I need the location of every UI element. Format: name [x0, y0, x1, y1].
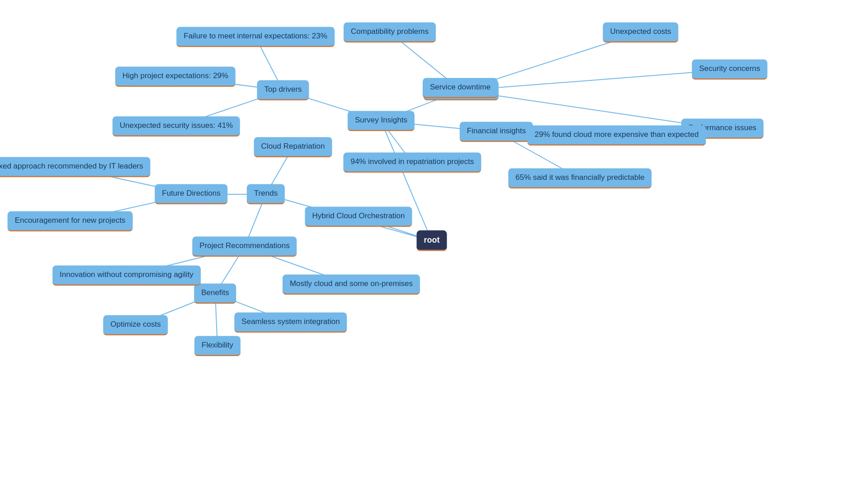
node-survey[interactable]: Survey Insights	[348, 111, 415, 131]
node-seamless[interactable]: Seamless system integration	[234, 312, 347, 333]
node-repatriation[interactable]: 94% involved in repatriation projects	[343, 152, 481, 173]
node-innovation[interactable]: Innovation without compromising agility	[52, 265, 201, 286]
node-optimize[interactable]: Optimize costs	[103, 315, 168, 335]
node-cloud-rep[interactable]: Cloud Repatriation	[254, 137, 332, 157]
node-service-downtime[interactable]: Service downtime	[423, 78, 498, 98]
node-financial-insights[interactable]: Financial insights	[460, 122, 533, 142]
node-top-drivers[interactable]: Top drivers	[257, 80, 309, 100]
node-trends[interactable]: Trends	[247, 184, 285, 204]
node-unexpected-security[interactable]: Unexpected security issues: 41%	[113, 116, 240, 136]
node-proj-rec[interactable]: Project Recommendations	[192, 236, 297, 257]
node-high-project[interactable]: High project expectations: 29%	[115, 66, 236, 87]
node-flexibility[interactable]: Flexibility	[194, 336, 241, 356]
node-more-expensive[interactable]: 29% found cloud more expensive than expe…	[528, 125, 706, 145]
node-security-concerns[interactable]: Security concerns	[692, 59, 767, 80]
node-mixed-approach[interactable]: Mixed approach recommended by IT leaders	[0, 157, 151, 177]
node-hybrid[interactable]: Hybrid Cloud Orchestration	[305, 206, 412, 227]
node-mostly-cloud[interactable]: Mostly cloud and some on-premises	[283, 274, 420, 295]
node-encouragement[interactable]: Encouragement for new projects	[8, 211, 133, 231]
mindmap-container: rootTrendsSurvey InsightsCloud Repatriat…	[0, 0, 868, 488]
node-root[interactable]: root	[417, 230, 447, 251]
node-future-dir[interactable]: Future Directions	[155, 184, 227, 204]
node-benefits[interactable]: Benefits	[194, 283, 236, 304]
node-unexpected-costs[interactable]: Unexpected costs	[603, 22, 678, 42]
node-financially-pred[interactable]: 65% said it was financially predictable	[508, 168, 651, 188]
node-failure[interactable]: Failure to meet internal expectations: 2…	[176, 27, 335, 47]
svg-line-16	[461, 70, 730, 90]
node-compatibility[interactable]: Compatibility problems	[344, 22, 436, 42]
